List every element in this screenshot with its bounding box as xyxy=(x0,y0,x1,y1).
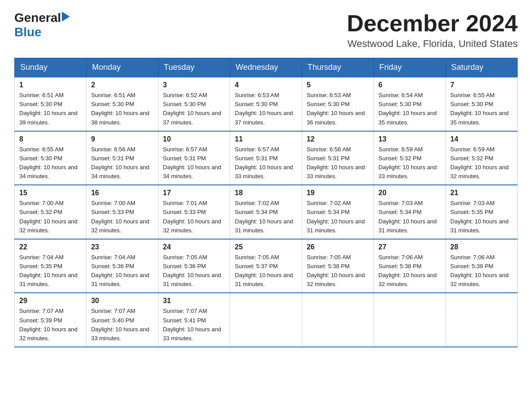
day-info: Sunrise: 7:02 AMSunset: 5:34 PMDaylight:… xyxy=(235,200,293,233)
calendar-week-row: 1 Sunrise: 6:51 AMSunset: 5:30 PMDayligh… xyxy=(15,77,518,131)
day-number: 1 xyxy=(19,81,82,89)
weekday-header-saturday: Saturday xyxy=(446,58,517,77)
day-number: 14 xyxy=(450,135,513,143)
day-info: Sunrise: 6:55 AMSunset: 5:30 PMDaylight:… xyxy=(19,146,77,180)
day-info: Sunrise: 7:06 AMSunset: 5:38 PMDaylight:… xyxy=(378,254,437,287)
header: General Blue December 2024 Westwood Lake… xyxy=(14,11,518,50)
day-info: Sunrise: 7:07 AMSunset: 5:39 PMDaylight:… xyxy=(19,308,77,341)
calendar-cell: 4 Sunrise: 6:53 AMSunset: 5:30 PMDayligh… xyxy=(230,77,302,131)
logo-arrow-icon xyxy=(62,12,70,21)
day-number: 7 xyxy=(450,81,513,89)
calendar-cell: 21 Sunrise: 7:03 AMSunset: 5:35 PMDaylig… xyxy=(446,185,517,239)
calendar-cell: 29 Sunrise: 7:07 AMSunset: 5:39 PMDaylig… xyxy=(15,293,86,347)
day-number: 17 xyxy=(163,189,225,197)
day-number: 22 xyxy=(19,243,82,251)
calendar-cell: 20 Sunrise: 7:03 AMSunset: 5:34 PMDaylig… xyxy=(374,185,446,239)
calendar-cell xyxy=(302,293,373,347)
day-info: Sunrise: 6:58 AMSunset: 5:31 PMDaylight:… xyxy=(307,146,365,180)
weekday-header-friday: Friday xyxy=(374,58,446,77)
calendar-cell: 25 Sunrise: 7:05 AMSunset: 5:37 PMDaylig… xyxy=(230,239,302,293)
day-number: 12 xyxy=(307,135,369,143)
calendar-cell: 3 Sunrise: 6:52 AMSunset: 5:30 PMDayligh… xyxy=(158,77,230,131)
day-number: 13 xyxy=(378,135,441,143)
day-info: Sunrise: 6:59 AMSunset: 5:32 PMDaylight:… xyxy=(378,146,437,180)
calendar-cell xyxy=(230,293,302,347)
day-number: 24 xyxy=(163,243,225,251)
day-info: Sunrise: 6:59 AMSunset: 5:32 PMDaylight:… xyxy=(450,146,509,180)
calendar-cell: 19 Sunrise: 7:02 AMSunset: 5:34 PMDaylig… xyxy=(302,185,373,239)
day-number: 27 xyxy=(378,243,441,251)
calendar-cell: 1 Sunrise: 6:51 AMSunset: 5:30 PMDayligh… xyxy=(15,77,86,131)
month-title: December 2024 xyxy=(347,11,518,36)
calendar-cell: 6 Sunrise: 6:54 AMSunset: 5:30 PMDayligh… xyxy=(374,77,446,131)
calendar-cell xyxy=(446,293,517,347)
day-info: Sunrise: 7:05 AMSunset: 5:37 PMDaylight:… xyxy=(235,254,293,287)
logo-general-text: General xyxy=(14,11,61,25)
day-number: 23 xyxy=(91,243,153,251)
logo-blue-text: Blue xyxy=(14,25,42,39)
day-info: Sunrise: 6:53 AMSunset: 5:30 PMDaylight:… xyxy=(235,92,293,125)
day-info: Sunrise: 7:03 AMSunset: 5:35 PMDaylight:… xyxy=(450,200,509,233)
calendar-cell: 18 Sunrise: 7:02 AMSunset: 5:34 PMDaylig… xyxy=(230,185,302,239)
calendar-cell: 15 Sunrise: 7:00 AMSunset: 5:32 PMDaylig… xyxy=(15,185,86,239)
day-info: Sunrise: 7:06 AMSunset: 5:39 PMDaylight:… xyxy=(450,254,509,287)
calendar-cell: 30 Sunrise: 7:07 AMSunset: 5:40 PMDaylig… xyxy=(86,293,158,347)
calendar-week-row: 22 Sunrise: 7:04 AMSunset: 5:35 PMDaylig… xyxy=(15,239,518,293)
calendar-cell: 7 Sunrise: 6:55 AMSunset: 5:30 PMDayligh… xyxy=(446,77,517,131)
day-number: 20 xyxy=(378,189,441,197)
calendar-cell: 14 Sunrise: 6:59 AMSunset: 5:32 PMDaylig… xyxy=(446,131,517,185)
calendar-cell: 28 Sunrise: 7:06 AMSunset: 5:39 PMDaylig… xyxy=(446,239,517,293)
day-number: 3 xyxy=(163,81,225,89)
weekday-header-monday: Monday xyxy=(86,58,158,77)
weekday-header-tuesday: Tuesday xyxy=(158,58,230,77)
calendar-cell xyxy=(374,293,446,347)
calendar-week-row: 29 Sunrise: 7:07 AMSunset: 5:39 PMDaylig… xyxy=(15,293,518,347)
day-info: Sunrise: 6:54 AMSunset: 5:30 PMDaylight:… xyxy=(378,92,437,125)
day-number: 21 xyxy=(450,189,513,197)
day-number: 28 xyxy=(450,243,513,251)
day-number: 6 xyxy=(378,81,441,89)
day-number: 9 xyxy=(91,135,153,143)
day-info: Sunrise: 7:05 AMSunset: 5:36 PMDaylight:… xyxy=(163,254,221,287)
day-number: 30 xyxy=(91,297,153,305)
day-number: 5 xyxy=(307,81,369,89)
title-area: December 2024 Westwood Lake, Florida, Un… xyxy=(347,11,518,50)
svg-marker-0 xyxy=(62,12,70,21)
day-info: Sunrise: 7:07 AMSunset: 5:40 PMDaylight:… xyxy=(91,308,149,341)
day-number: 4 xyxy=(235,81,297,89)
day-number: 26 xyxy=(307,243,369,251)
calendar-cell: 9 Sunrise: 6:56 AMSunset: 5:31 PMDayligh… xyxy=(86,131,158,185)
calendar-cell: 17 Sunrise: 7:01 AMSunset: 5:33 PMDaylig… xyxy=(158,185,230,239)
day-number: 2 xyxy=(91,81,153,89)
day-info: Sunrise: 7:05 AMSunset: 5:38 PMDaylight:… xyxy=(307,254,365,287)
day-info: Sunrise: 6:53 AMSunset: 5:30 PMDaylight:… xyxy=(307,92,365,125)
day-number: 18 xyxy=(235,189,297,197)
day-info: Sunrise: 6:56 AMSunset: 5:31 PMDaylight:… xyxy=(91,146,149,180)
day-info: Sunrise: 7:02 AMSunset: 5:34 PMDaylight:… xyxy=(307,200,365,233)
day-info: Sunrise: 6:57 AMSunset: 5:31 PMDaylight:… xyxy=(235,146,293,180)
day-info: Sunrise: 7:01 AMSunset: 5:33 PMDaylight:… xyxy=(163,200,221,233)
calendar-table: SundayMondayTuesdayWednesdayThursdayFrid… xyxy=(14,58,518,347)
calendar-cell: 23 Sunrise: 7:04 AMSunset: 5:36 PMDaylig… xyxy=(86,239,158,293)
day-info: Sunrise: 7:04 AMSunset: 5:35 PMDaylight:… xyxy=(19,254,77,287)
day-number: 11 xyxy=(235,135,297,143)
day-info: Sunrise: 7:04 AMSunset: 5:36 PMDaylight:… xyxy=(91,254,149,287)
logo: General Blue xyxy=(14,11,70,39)
day-number: 8 xyxy=(19,135,82,143)
day-number: 16 xyxy=(91,189,153,197)
weekday-header-row: SundayMondayTuesdayWednesdayThursdayFrid… xyxy=(15,58,518,77)
calendar-cell: 22 Sunrise: 7:04 AMSunset: 5:35 PMDaylig… xyxy=(15,239,86,293)
day-info: Sunrise: 7:07 AMSunset: 5:41 PMDaylight:… xyxy=(163,308,221,341)
day-info: Sunrise: 7:03 AMSunset: 5:34 PMDaylight:… xyxy=(378,200,437,233)
day-number: 29 xyxy=(19,297,82,305)
calendar-cell: 16 Sunrise: 7:00 AMSunset: 5:33 PMDaylig… xyxy=(86,185,158,239)
calendar-cell: 27 Sunrise: 7:06 AMSunset: 5:38 PMDaylig… xyxy=(374,239,446,293)
calendar-cell: 10 Sunrise: 6:57 AMSunset: 5:31 PMDaylig… xyxy=(158,131,230,185)
day-info: Sunrise: 6:51 AMSunset: 5:30 PMDaylight:… xyxy=(19,92,77,125)
calendar-cell: 12 Sunrise: 6:58 AMSunset: 5:31 PMDaylig… xyxy=(302,131,373,185)
calendar-cell: 11 Sunrise: 6:57 AMSunset: 5:31 PMDaylig… xyxy=(230,131,302,185)
calendar-week-row: 8 Sunrise: 6:55 AMSunset: 5:30 PMDayligh… xyxy=(15,131,518,185)
day-info: Sunrise: 6:52 AMSunset: 5:30 PMDaylight:… xyxy=(163,92,221,125)
day-number: 25 xyxy=(235,243,297,251)
calendar-cell: 5 Sunrise: 6:53 AMSunset: 5:30 PMDayligh… xyxy=(302,77,373,131)
